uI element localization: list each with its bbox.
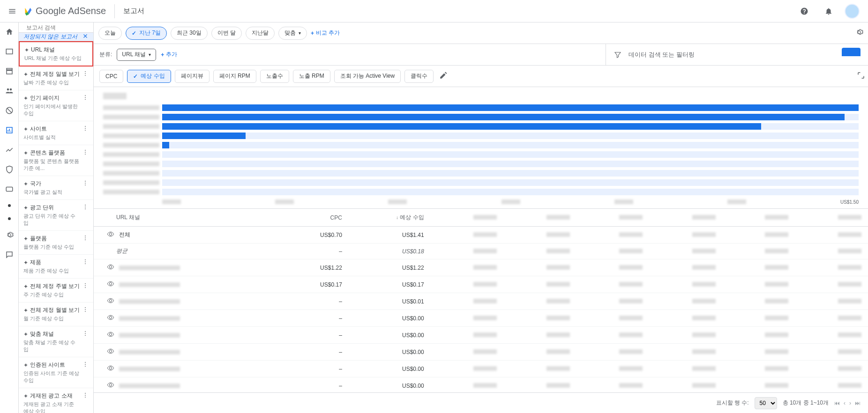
breakdown-chip[interactable]: URL 채널▾ xyxy=(117,49,156,61)
eye-icon[interactable] xyxy=(107,381,114,390)
eye-icon[interactable] xyxy=(107,314,114,323)
more-icon[interactable] xyxy=(82,204,89,212)
help-icon[interactable] xyxy=(796,3,813,20)
th-cpc[interactable]: CPC xyxy=(279,209,349,227)
rows-select[interactable]: 50 xyxy=(755,397,777,409)
more-icon[interactable] xyxy=(82,125,89,133)
report-item[interactable]: ✦ 맞춤 채널맞춤 채널 기준 예상 수입 xyxy=(19,326,93,357)
chart: US$1.50 xyxy=(94,87,868,209)
unsaved-report-banner[interactable]: 저장되지 않은 보고서 xyxy=(19,33,93,41)
metric-clicks[interactable]: 클릭수 xyxy=(404,70,434,83)
filter-input[interactable]: 데이터 검색 또는 필터링 xyxy=(629,51,695,59)
eye-icon[interactable] xyxy=(107,280,114,289)
table-row[interactable]: –US$0.00 xyxy=(94,344,868,361)
date-last7[interactable]: ✓지난 7일 xyxy=(126,27,167,40)
bell-icon[interactable] xyxy=(820,3,837,20)
menu-icon[interactable] xyxy=(4,3,21,20)
report-item[interactable]: ✦ 전체 계정 일별 보기날짜 기준 예상 수입 xyxy=(19,66,93,90)
more-icon[interactable] xyxy=(82,282,89,290)
sites-icon[interactable] xyxy=(5,66,14,76)
table-row[interactable]: –US$0.00 xyxy=(94,361,868,377)
add-compare[interactable]: +비교 추가 xyxy=(311,29,340,37)
th-url[interactable]: URL 채널 xyxy=(94,209,279,227)
report-item[interactable]: ✦ 전체 계정 주별 보기주 기준 예상 수입 xyxy=(19,279,93,302)
next-page-icon[interactable]: › xyxy=(849,400,851,406)
more-icon[interactable] xyxy=(82,235,89,243)
report-item[interactable]: ✦ 전체 계정 월별 보기월 기준 예상 수입 xyxy=(19,302,93,326)
more-icon[interactable] xyxy=(82,392,89,400)
more-icon[interactable] xyxy=(82,70,89,78)
table-row[interactable]: –US$0.00 xyxy=(94,377,868,394)
first-page-icon[interactable]: ⏮ xyxy=(834,400,840,406)
table-row[interactable]: –US$0.00 xyxy=(94,310,868,327)
metric-irpm[interactable]: 노출 RPM xyxy=(293,70,330,83)
eye-icon[interactable] xyxy=(107,364,114,373)
people-icon[interactable] xyxy=(5,86,14,96)
feedback-icon[interactable] xyxy=(5,250,14,259)
more-icon[interactable] xyxy=(82,361,89,369)
report-item[interactable]: ✦ 인증된 사이트인증된 사이트 기준 예상 수입 xyxy=(19,357,93,388)
report-item[interactable]: ✦ 사이트사이트별 실적 xyxy=(19,121,93,145)
report-item[interactable]: ✦ 인기 페이지인기 페이지에서 발생한 수입 xyxy=(19,90,93,121)
eye-icon[interactable] xyxy=(107,230,114,239)
svg-point-3 xyxy=(85,73,86,74)
report-item[interactable]: ✦ 게재된 광고 소재게재된 광고 소재 기준 예상 수입 xyxy=(19,388,93,413)
report-item[interactable]: ✦ 제품제품 기준 예상 수입 xyxy=(19,255,93,279)
close-icon[interactable] xyxy=(82,33,89,41)
filter-icon[interactable] xyxy=(614,51,622,59)
more-icon[interactable] xyxy=(82,330,89,338)
payments-icon[interactable] xyxy=(5,184,14,194)
metric-est[interactable]: ✓예상 수입 xyxy=(127,70,171,83)
home-icon[interactable] xyxy=(5,27,14,37)
ads-icon[interactable] xyxy=(5,47,14,56)
more-icon[interactable] xyxy=(82,306,89,314)
metric-imp[interactable]: 노출수 xyxy=(260,70,289,83)
report-item[interactable]: ✦ 국가국가별 광고 실적 xyxy=(19,176,93,200)
table-row[interactable]: –US$0.00 xyxy=(94,327,868,344)
table-row[interactable]: –US$0.01 xyxy=(94,293,868,310)
table-row[interactable]: US$0.17US$0.17 xyxy=(94,276,868,293)
report-search-input[interactable] xyxy=(26,24,94,31)
date-last30[interactable]: 최근 30일 xyxy=(171,27,208,40)
breakdown-add[interactable]: +추가 xyxy=(161,51,177,59)
logo[interactable]: Google AdSense xyxy=(22,6,106,16)
more-icon[interactable] xyxy=(82,258,89,266)
avatar[interactable] xyxy=(845,4,860,19)
save-corner[interactable] xyxy=(842,48,861,56)
eye-icon[interactable] xyxy=(107,331,114,339)
report-item[interactable]: ✦ URL 채널URL 채널 기준 예상 수입 xyxy=(19,41,93,66)
svg-point-35 xyxy=(85,362,86,363)
report-item[interactable]: ✦ 광고 단위광고 단위 기준 예상 수입 xyxy=(19,200,93,231)
metric-pv[interactable]: 페이지뷰 xyxy=(175,70,210,83)
more-icon[interactable] xyxy=(82,149,89,157)
metric-cpc[interactable]: CPC xyxy=(99,70,123,83)
date-last-month[interactable]: 지난달 xyxy=(246,27,275,40)
date-this-month[interactable]: 이번 달 xyxy=(211,27,242,40)
reports-icon[interactable] xyxy=(5,125,14,135)
date-today[interactable]: 오늘 xyxy=(98,27,122,40)
optimize-icon[interactable] xyxy=(5,145,14,155)
pencil-icon[interactable] xyxy=(439,71,448,81)
th-est[interactable]: ↓ 예상 수입 xyxy=(349,209,431,227)
report-item[interactable]: ✦ 플랫폼플랫폼 기준 예상 수입 xyxy=(19,231,93,255)
metric-av[interactable]: 조회 가능 Active View xyxy=(334,70,401,83)
table-row[interactable]: US$1.22US$1.22 xyxy=(94,259,868,276)
gear-icon[interactable] xyxy=(855,28,863,38)
eye-icon[interactable] xyxy=(107,297,114,306)
last-page-icon[interactable]: ⏭ xyxy=(855,400,861,406)
more-icon[interactable] xyxy=(82,94,89,102)
expand-icon[interactable] xyxy=(857,71,865,81)
unsaved-label: 저장되지 않은 보고서 xyxy=(23,33,77,41)
block-icon[interactable] xyxy=(5,106,14,115)
eye-icon[interactable] xyxy=(107,347,114,356)
report-item[interactable]: ✦ 콘텐츠 플랫폼플랫폼 및 콘텐츠 플랫폼 기준 예... xyxy=(19,145,93,176)
more-icon[interactable] xyxy=(82,180,89,188)
date-custom[interactable]: 맞춤▾ xyxy=(278,27,307,40)
shield-icon[interactable] xyxy=(5,165,14,174)
prev-page-icon[interactable]: ‹ xyxy=(844,400,846,406)
eye-icon[interactable] xyxy=(107,263,114,272)
metric-prpm[interactable]: 페이지 RPM xyxy=(213,70,256,83)
avg-row: 평균–US$0.18 xyxy=(94,243,868,259)
svg-point-10 xyxy=(85,130,86,131)
settings-icon[interactable] xyxy=(5,230,14,240)
